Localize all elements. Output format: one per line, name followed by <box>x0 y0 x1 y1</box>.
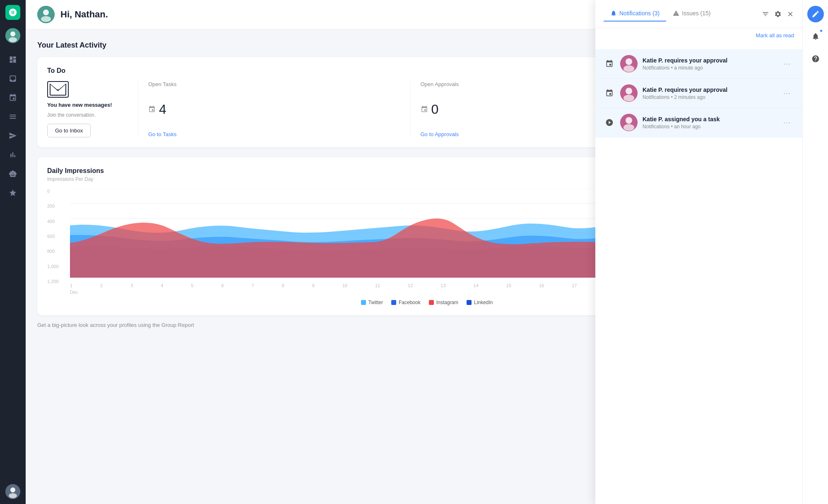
legend-linkedin-label: LinkedIn <box>474 300 493 305</box>
sidebar-item-inbox[interactable] <box>4 70 22 87</box>
message-subtitle: Join the conversation. <box>47 112 96 118</box>
sidebar-item-send[interactable] <box>4 127 22 144</box>
sidebar-item-star[interactable] <box>4 185 22 201</box>
notification-badge <box>819 29 823 33</box>
legend-linkedin: LinkedIn <box>467 300 493 305</box>
notif-content-2: Katie P. requires your approval Notifica… <box>643 86 775 100</box>
notif-title-3: Katie P. assigned you a task <box>643 116 775 122</box>
svg-point-7 <box>43 10 49 15</box>
todo-card: To Do You have new messages! Join the co… <box>37 57 692 147</box>
svg-point-18 <box>626 58 632 65</box>
legend-facebook-dot <box>391 300 396 305</box>
notif-content-1: Katie P. requires your approval Notifica… <box>643 57 775 71</box>
legend-linkedin-dot <box>467 300 472 305</box>
notif-avatar-3 <box>620 114 638 131</box>
svg-point-22 <box>623 95 634 101</box>
legend-instagram-label: Instagram <box>436 300 458 305</box>
notification-actions <box>762 10 794 18</box>
sidebar-item-publishing[interactable] <box>4 108 22 125</box>
notification-header: Notifications (3) Issues (15) <box>595 0 802 28</box>
sidebar-item-ai[interactable] <box>4 166 22 182</box>
todo-card-title: To Do <box>47 67 682 74</box>
notif-more-2[interactable]: ··· <box>780 87 794 99</box>
sidebar-nav <box>0 51 26 484</box>
sidebar-item-dashboard[interactable] <box>4 51 22 68</box>
notif-sub-1: Notifications • a minute ago <box>643 65 775 71</box>
close-icon[interactable] <box>787 10 794 18</box>
notification-item[interactable]: Katie P. requires your approval Notifica… <box>595 79 802 108</box>
chart-y-labels: 1,200 1,000 800 600 400 200 0 <box>47 189 68 284</box>
notif-more-1[interactable]: ··· <box>780 58 794 70</box>
header-avatar <box>37 6 55 23</box>
settings-icon[interactable] <box>774 10 782 18</box>
user-avatar-top[interactable] <box>5 28 20 43</box>
legend-facebook: Facebook <box>391 300 421 305</box>
notification-item[interactable]: Katie P. assigned you a task Notificatio… <box>595 108 802 137</box>
svg-point-2 <box>9 37 17 42</box>
svg-point-8 <box>41 16 51 22</box>
user-avatar-bottom[interactable] <box>5 484 20 499</box>
sidebar <box>0 0 26 504</box>
svg-point-24 <box>626 117 632 124</box>
notif-avatar-1 <box>620 55 638 72</box>
todo-inner: You have new messages! Join the conversa… <box>47 81 682 137</box>
sidebar-item-analytics[interactable] <box>4 146 22 163</box>
legend-facebook-label: Facebook <box>399 300 421 305</box>
app-logo[interactable] <box>5 5 20 20</box>
svg-point-21 <box>626 88 632 94</box>
mail-icon <box>47 81 69 98</box>
legend-twitter-label: Twitter <box>368 300 383 305</box>
svg-point-1 <box>10 31 15 36</box>
notif-sub-2: Notifications • 2 minutes ago <box>643 94 775 100</box>
legend-twitter: Twitter <box>361 300 383 305</box>
compose-button[interactable] <box>807 6 824 22</box>
mark-all-read-container: Mark all as read <box>595 28 802 43</box>
open-tasks-col: Open Tasks 4 Go to Tasks <box>138 81 411 137</box>
legend-instagram-dot <box>429 300 434 305</box>
notif-sub-3: Notifications • an hour ago <box>643 124 775 130</box>
help-button[interactable] <box>807 50 824 67</box>
tab-notifications[interactable]: Notifications (3) <box>604 7 666 22</box>
open-tasks-count: 4 <box>148 102 166 117</box>
notification-list: Katie P. requires your approval Notifica… <box>595 43 802 504</box>
svg-rect-9 <box>50 84 66 95</box>
notif-title-2: Katie P. requires your approval <box>643 86 775 93</box>
notif-more-3[interactable]: ··· <box>780 117 794 129</box>
notif-content-3: Katie P. assigned you a task Notificatio… <box>643 116 775 130</box>
mark-all-read-button[interactable]: Mark all as read <box>756 32 794 38</box>
legend-instagram: Instagram <box>429 300 458 305</box>
svg-point-5 <box>9 493 17 498</box>
tab-issues[interactable]: Issues (15) <box>666 7 717 22</box>
notif-title-1: Katie P. requires your approval <box>643 57 775 64</box>
right-icon-panel <box>802 0 828 504</box>
todo-message-section: You have new messages! Join the conversa… <box>47 81 138 137</box>
notif-pin-icon-2 <box>604 87 615 99</box>
filter-icon[interactable] <box>762 10 769 18</box>
open-tasks-label: Open Tasks <box>148 81 176 87</box>
page-title: Hi, Nathan. <box>60 9 108 20</box>
svg-point-25 <box>623 124 634 131</box>
open-approvals-label: Open Approvals <box>421 81 459 87</box>
go-to-tasks-link[interactable]: Go to Tasks <box>148 131 176 137</box>
notification-panel: Notifications (3) Issues (15) Mark all a… <box>595 0 802 504</box>
svg-point-19 <box>623 65 634 72</box>
notif-avatar-2 <box>620 84 638 102</box>
legend-twitter-dot <box>361 300 366 305</box>
notif-pin-icon-3 <box>604 117 615 128</box>
notification-tabs: Notifications (3) Issues (15) <box>604 7 758 21</box>
svg-point-4 <box>10 487 15 492</box>
bell-button[interactable] <box>807 28 824 45</box>
sidebar-bottom <box>5 484 20 499</box>
message-title: You have new messages! <box>47 102 112 108</box>
notif-pin-icon-1 <box>604 58 615 70</box>
sidebar-item-tasks[interactable] <box>4 89 22 106</box>
open-approvals-count: 0 <box>421 102 439 117</box>
go-to-approvals-link[interactable]: Go to Approvals <box>421 131 459 137</box>
notification-item[interactable]: Katie P. requires your approval Notifica… <box>595 49 802 79</box>
chart-x-month: Dec <box>70 290 78 295</box>
go-to-inbox-button[interactable]: Go to Inbox <box>47 124 91 137</box>
